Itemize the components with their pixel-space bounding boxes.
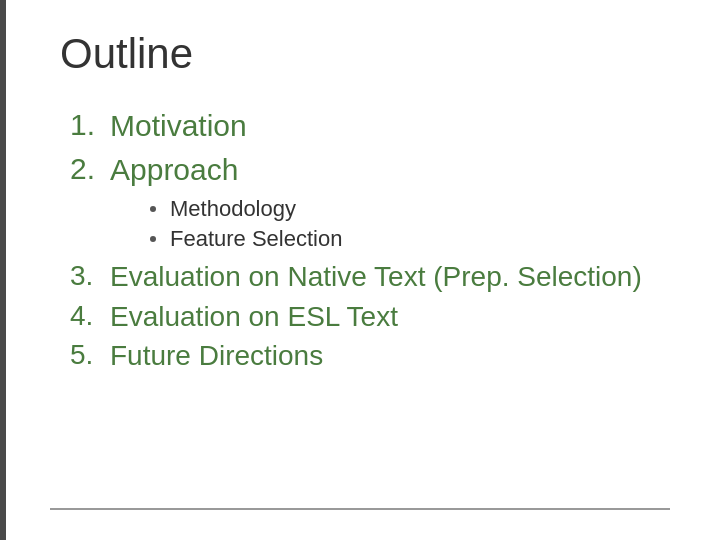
list-item: 2. Approach xyxy=(70,152,670,188)
item-number: 1. xyxy=(70,108,110,142)
bullet-icon xyxy=(150,206,156,212)
item-number: 2. xyxy=(70,152,110,186)
sub-list: Methodology Feature Selection xyxy=(150,196,670,252)
slide: Outline 1. Motivation 2. Approach Method… xyxy=(0,0,720,540)
bullet-icon xyxy=(150,236,156,242)
item-label: Evaluation on ESL Text xyxy=(110,300,398,334)
list-item: Feature Selection xyxy=(150,226,670,252)
outline-content: 1. Motivation 2. Approach Methodology Fe… xyxy=(50,108,670,373)
list-item: 1. Motivation xyxy=(70,108,670,144)
list-item: 3. Evaluation on Native Text (Prep. Sele… xyxy=(70,260,670,294)
main-list: 1. Motivation 2. Approach Methodology Fe… xyxy=(70,108,670,373)
slide-title: Outline xyxy=(50,30,670,78)
item-number: 5. xyxy=(70,339,110,371)
item-label: Approach xyxy=(110,152,238,188)
left-border-decoration xyxy=(0,0,6,540)
item-number: 4. xyxy=(70,300,110,332)
list-item: 4. Evaluation on ESL Text xyxy=(70,300,670,334)
sub-item-label: Feature Selection xyxy=(170,226,342,252)
item-label: Evaluation on Native Text (Prep. Selecti… xyxy=(110,260,642,294)
sub-item-label: Methodology xyxy=(170,196,296,222)
list-item: 5. Future Directions xyxy=(70,339,670,373)
item-label: Future Directions xyxy=(110,339,323,373)
item-number: 3. xyxy=(70,260,110,292)
bottom-border-decoration xyxy=(50,508,670,510)
item-label: Motivation xyxy=(110,108,247,144)
list-item: Methodology xyxy=(150,196,670,222)
